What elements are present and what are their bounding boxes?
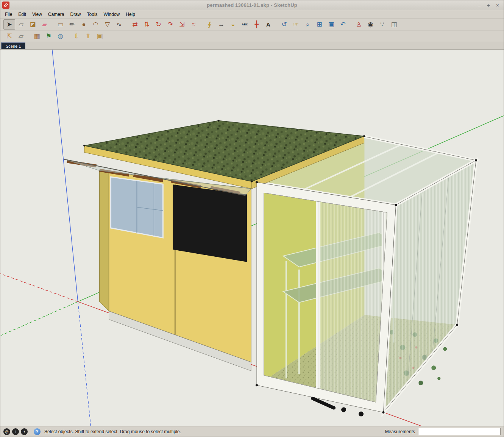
follow-me-tool[interactable]: ↷ bbox=[164, 19, 176, 30]
model-canvas[interactable] bbox=[0, 50, 504, 426]
main-toolbar: ➤▱◪▰▭✏●◠▽∿⇄⇅↻↷⇲≈∮↔◒ᴀʙᴄ╋A↺☞⌕⊞▣↶♙◉∵◫ bbox=[0, 19, 504, 31]
dimension-tool[interactable]: ↔ bbox=[215, 19, 227, 30]
status-crescent-icon[interactable]: ◖ bbox=[21, 428, 28, 435]
toggle-terrain-tool[interactable]: ▱ bbox=[15, 31, 27, 41]
get-models-tool[interactable]: ⇩ bbox=[70, 31, 82, 41]
axes-tool[interactable]: ╋ bbox=[251, 19, 262, 30]
rectangle-tool[interactable]: ▭ bbox=[55, 19, 66, 30]
toolbar-gap[interactable] bbox=[66, 31, 70, 41]
rotate-tool[interactable]: ↻ bbox=[153, 19, 164, 30]
status-bar: ◎↑◖ ? Select objects. Shift to extend se… bbox=[0, 426, 504, 437]
eraser-tool[interactable]: ▰ bbox=[39, 19, 50, 30]
close-button[interactable]: × bbox=[496, 3, 499, 8]
toolbar-gap[interactable] bbox=[50, 19, 55, 30]
status-sphere-icon[interactable]: ◎ bbox=[3, 428, 10, 435]
zoom-previous-tool[interactable]: ↶ bbox=[337, 19, 349, 30]
paint-bucket-tool[interactable]: ◪ bbox=[27, 19, 39, 30]
pan-tool[interactable]: ☞ bbox=[290, 19, 302, 30]
toolbar-gap[interactable] bbox=[27, 31, 31, 41]
toolbar-gap[interactable] bbox=[349, 19, 353, 30]
orbit-tool[interactable]: ↺ bbox=[278, 19, 290, 30]
arc-tool[interactable]: ◠ bbox=[90, 19, 101, 30]
menu-bar: FileEditViewCameraDrawToolsWindowHelp bbox=[0, 10, 504, 19]
polygon-tool[interactable]: ▽ bbox=[101, 19, 113, 30]
menu-item[interactable]: Camera bbox=[45, 11, 67, 18]
menu-item[interactable]: View bbox=[29, 11, 45, 18]
modeling-viewport[interactable] bbox=[0, 50, 504, 426]
text-tool[interactable]: ᴀʙᴄ bbox=[239, 19, 251, 30]
push-pull-tool[interactable]: ⇅ bbox=[141, 19, 153, 30]
section-plane-tool[interactable]: ◫ bbox=[388, 19, 400, 30]
component-tool[interactable]: ▣ bbox=[94, 31, 106, 41]
circle-tool[interactable]: ● bbox=[78, 19, 90, 30]
move-tool[interactable]: ⇄ bbox=[129, 19, 141, 30]
window-title: permashed 130611-01.skp - SketchUp bbox=[0, 0, 504, 10]
menu-item[interactable]: Window bbox=[101, 11, 123, 18]
menu-item[interactable]: Help bbox=[123, 11, 138, 18]
sketchup-logo-icon bbox=[2, 2, 9, 9]
position-camera-tool[interactable]: ♙ bbox=[353, 19, 365, 30]
measurements-box: Measurements bbox=[385, 428, 501, 435]
protractor-tool[interactable]: ◒ bbox=[227, 19, 239, 30]
scale-tool[interactable]: ⇲ bbox=[176, 19, 188, 30]
minimize-button[interactable]: – bbox=[478, 3, 481, 8]
tape-measure-tool[interactable]: ∮ bbox=[204, 19, 215, 30]
shed-dark-panel bbox=[173, 184, 247, 262]
freehand-tool[interactable]: ∿ bbox=[113, 19, 125, 30]
help-icon[interactable]: ? bbox=[34, 428, 41, 435]
google-earth-tool[interactable]: ◍ bbox=[55, 31, 66, 41]
window-controls: – + × bbox=[478, 3, 504, 8]
look-around-tool[interactable]: ◉ bbox=[365, 19, 376, 30]
scene-tab-strip: Scene 1 bbox=[0, 42, 504, 50]
zoom-window-tool[interactable]: ⊞ bbox=[314, 19, 325, 30]
toolbar-gap[interactable] bbox=[200, 19, 204, 30]
status-icons: ◎↑◖ bbox=[3, 428, 28, 435]
make-component-tool[interactable]: ▱ bbox=[15, 19, 27, 30]
title-bar[interactable]: permashed 130611-01.skp - SketchUp – + × bbox=[0, 0, 504, 10]
shed-window[interactable] bbox=[111, 177, 163, 238]
status-message: Select objects. Shift to extend select. … bbox=[44, 429, 181, 434]
3d-text-tool[interactable]: A bbox=[262, 19, 274, 30]
menu-item[interactable]: Draw bbox=[67, 11, 84, 18]
select-tool[interactable]: ➤ bbox=[3, 19, 15, 30]
walk-tool[interactable]: ∵ bbox=[376, 19, 388, 30]
status-up-icon[interactable]: ↑ bbox=[12, 428, 19, 435]
measurements-input[interactable] bbox=[418, 428, 501, 435]
menu-item[interactable]: Tools bbox=[84, 11, 101, 18]
get-current-view-tool[interactable]: ⇱ bbox=[3, 31, 15, 41]
line-tool[interactable]: ✏ bbox=[66, 19, 78, 30]
greenhouse-door[interactable] bbox=[318, 194, 384, 412]
add-location-tool[interactable]: ⚑ bbox=[43, 31, 55, 41]
share-models-tool[interactable]: ⇧ bbox=[82, 31, 94, 41]
photo-textures-tool[interactable]: ▦ bbox=[31, 31, 43, 41]
maximize-button[interactable]: + bbox=[487, 3, 490, 8]
scene-tab-1[interactable]: Scene 1 bbox=[1, 42, 25, 49]
toolbar-gap[interactable] bbox=[125, 19, 129, 30]
menu-item[interactable]: Edit bbox=[15, 11, 29, 18]
sketchup-window: permashed 130611-01.skp - SketchUp – + ×… bbox=[0, 0, 504, 437]
toolbar-gap[interactable] bbox=[274, 19, 278, 30]
google-toolbar: ⇱▱▦⚑◍⇩⇧▣ bbox=[0, 31, 504, 42]
menu-item[interactable]: File bbox=[2, 11, 15, 18]
offset-tool[interactable]: ≈ bbox=[188, 19, 200, 30]
zoom-extents-tool[interactable]: ▣ bbox=[325, 19, 337, 30]
zoom-tool[interactable]: ⌕ bbox=[302, 19, 314, 30]
measurements-label: Measurements bbox=[385, 429, 415, 434]
